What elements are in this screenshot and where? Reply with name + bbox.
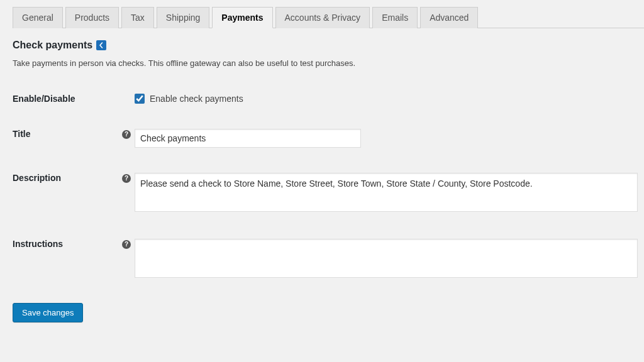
help-icon[interactable]: ?	[122, 130, 131, 139]
section-title: Check payments	[13, 40, 644, 51]
description-label: Description	[13, 163, 122, 229]
instructions-label: Instructions	[13, 229, 122, 295]
help-icon[interactable]: ?	[122, 174, 131, 183]
section-title-text: Check payments	[13, 40, 92, 51]
tab-payments[interactable]: Payments	[212, 7, 272, 28]
tab-advanced[interactable]: Advanced	[420, 7, 478, 28]
tab-accounts-privacy[interactable]: Accounts & Privacy	[275, 7, 370, 28]
enable-checkbox-wrap[interactable]: Enable check payments	[135, 94, 638, 104]
enable-checkbox-label: Enable check payments	[150, 94, 243, 104]
tab-shipping[interactable]: Shipping	[157, 7, 210, 28]
title-input[interactable]	[135, 129, 361, 148]
tab-products[interactable]: Products	[65, 7, 119, 28]
section-description: Take payments in person via checks. This…	[13, 58, 644, 68]
tab-general[interactable]: General	[13, 7, 63, 28]
tab-emails[interactable]: Emails	[372, 7, 418, 28]
back-icon[interactable]	[96, 40, 106, 50]
instructions-textarea[interactable]	[135, 239, 638, 278]
enable-checkbox[interactable]	[135, 94, 145, 104]
settings-tabs: General Products Tax Shipping Payments A…	[13, 6, 644, 28]
save-button[interactable]: Save changes	[13, 303, 83, 322]
enable-label: Enable/Disable	[13, 84, 122, 119]
help-icon[interactable]: ?	[122, 240, 131, 249]
tab-tax[interactable]: Tax	[121, 7, 154, 28]
title-label: Title	[13, 119, 122, 163]
description-textarea[interactable]	[135, 173, 638, 212]
